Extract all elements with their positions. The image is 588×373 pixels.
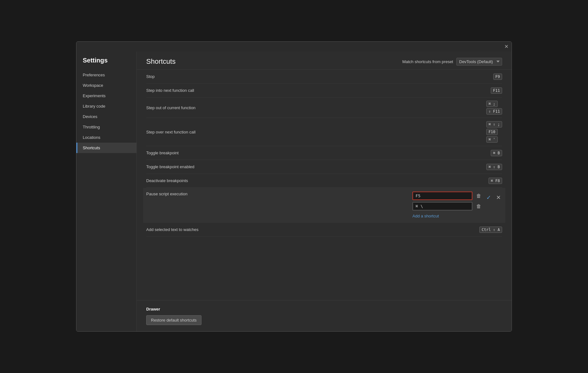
sidebar-item-workspace[interactable]: Workspace xyxy=(76,80,136,91)
main-panel: Shortcuts Match shortcuts from preset De… xyxy=(136,52,512,331)
settings-window: ✕ Settings Preferences Workspace Experim… xyxy=(76,41,512,332)
shortcut-row-stop: Stop F9 xyxy=(146,70,502,84)
key-badge: ⌘ ; xyxy=(486,101,498,107)
shortcut-keys-add-to-watches: Ctrl ⇧ A xyxy=(479,227,502,233)
shortcut-name-deactivate-breakpoints: Deactivate breakpoints xyxy=(146,178,489,183)
key-badge: ⌘ F8 xyxy=(489,178,502,184)
editing-actions: ✓ ✕ xyxy=(485,193,502,202)
preset-label: Match shortcuts from preset xyxy=(402,59,453,64)
shortcut-keys-toggle-breakpoint: ⌘ B xyxy=(491,150,502,156)
shortcut-keys-step-out: ⌘ ; ⇧ F11 xyxy=(486,101,502,115)
delete-key-1-button[interactable]: 🗑 xyxy=(475,192,483,199)
delete-key-2-button[interactable]: 🗑 xyxy=(475,203,483,210)
key-badge: ⌘ ' xyxy=(486,136,498,143)
shortcut-row-toggle-breakpoint: Toggle breakpoint ⌘ B xyxy=(146,146,502,160)
pause-script-key-input-1[interactable] xyxy=(412,192,472,200)
shortcut-keys-toggle-breakpoint-enabled: ⌘ ⇧ B xyxy=(486,164,502,170)
cancel-edit-button[interactable]: ✕ xyxy=(495,193,502,202)
preset-row: Match shortcuts from preset DevTools (De… xyxy=(402,58,502,66)
page-title: Shortcuts xyxy=(146,57,176,66)
main-header: Shortcuts Match shortcuts from preset De… xyxy=(137,52,512,70)
shortcut-row-toggle-breakpoint-enabled: Toggle breakpoint enabled ⌘ ⇧ B xyxy=(146,160,502,174)
key-badge: F9 xyxy=(493,74,502,80)
editing-row-2: 🗑 xyxy=(412,202,483,210)
shortcut-keys-stop: F9 xyxy=(493,74,502,80)
key-badge: ⌘ ⇧ B xyxy=(486,164,502,170)
sidebar-item-devices[interactable]: Devices xyxy=(76,111,136,122)
sidebar-item-shortcuts[interactable]: Shortcuts xyxy=(76,143,136,153)
shortcut-row-deactivate-breakpoints: Deactivate breakpoints ⌘ F8 xyxy=(146,174,502,188)
key-badge: F10 xyxy=(486,129,498,135)
shortcut-name-step-over: Step over next function call xyxy=(146,130,486,134)
shortcut-keys-step-over: ⌘ ⇧ ; F10 ⌘ ' xyxy=(486,121,502,143)
shortcut-row-step-over: Step over next function call ⌘ ⇧ ; F10 ⌘… xyxy=(146,118,502,146)
key-badge: Ctrl ⇧ A xyxy=(479,227,502,233)
shortcut-keys-deactivate-breakpoints: ⌘ F8 xyxy=(489,178,502,184)
preset-select[interactable]: DevTools (Default) Visual Studio Code xyxy=(456,58,502,66)
sidebar-item-experiments[interactable]: Experiments xyxy=(76,91,136,101)
pause-script-editing-area: 🗑 🗑 Add a shortcut xyxy=(412,192,483,220)
key-badge: ⇧ F11 xyxy=(486,108,502,115)
shortcut-name-step-out: Step out of current function xyxy=(146,105,486,110)
shortcut-name-toggle-breakpoint-enabled: Toggle breakpoint enabled xyxy=(146,164,486,169)
shortcut-row-step-into: Step into next function call F11 xyxy=(146,84,502,98)
shortcut-name-stop: Stop xyxy=(146,74,493,79)
sidebar-item-locations[interactable]: Locations xyxy=(76,132,136,143)
editing-row-1: 🗑 xyxy=(412,192,483,200)
pause-script-key-input-2[interactable] xyxy=(412,202,472,210)
shortcut-name-toggle-breakpoint: Toggle breakpoint xyxy=(146,151,491,155)
sidebar: Settings Preferences Workspace Experimen… xyxy=(76,52,136,331)
content-area: Settings Preferences Workspace Experimen… xyxy=(76,52,512,331)
confirm-edit-button[interactable]: ✓ xyxy=(485,193,492,202)
sidebar-item-library-code[interactable]: Library code xyxy=(76,101,136,111)
sidebar-item-preferences[interactable]: Preferences xyxy=(76,70,136,80)
shortcut-name-pause-script: Pause script execution xyxy=(146,192,412,196)
key-badge: ⌘ B xyxy=(491,150,502,156)
close-button[interactable]: ✕ xyxy=(504,44,508,49)
drawer-section: Drawer Restore default shortcuts xyxy=(137,300,512,331)
key-badge: F11 xyxy=(491,87,502,94)
restore-defaults-button[interactable]: Restore default shortcuts xyxy=(146,315,201,325)
title-bar: ✕ xyxy=(76,42,512,52)
shortcut-row-pause-script: Pause script execution 🗑 🗑 Add a s xyxy=(143,188,505,223)
sidebar-title: Settings xyxy=(76,55,136,70)
shortcuts-list: Stop F9 Step into next function call F11… xyxy=(137,70,512,300)
drawer-title: Drawer xyxy=(146,307,502,311)
shortcut-row-step-out: Step out of current function ⌘ ; ⇧ F11 xyxy=(146,98,502,118)
shortcut-keys-step-into: F11 xyxy=(491,87,502,94)
shortcut-row-add-to-watches: Add selected text to watches Ctrl ⇧ A xyxy=(146,223,502,237)
add-shortcut-link[interactable]: Add a shortcut xyxy=(412,212,439,220)
shortcut-name-add-to-watches: Add selected text to watches xyxy=(146,227,479,232)
key-badge: ⌘ ⇧ ; xyxy=(486,121,502,127)
sidebar-item-throttling[interactable]: Throttling xyxy=(76,122,136,132)
shortcut-name-step-into: Step into next function call xyxy=(146,88,491,93)
